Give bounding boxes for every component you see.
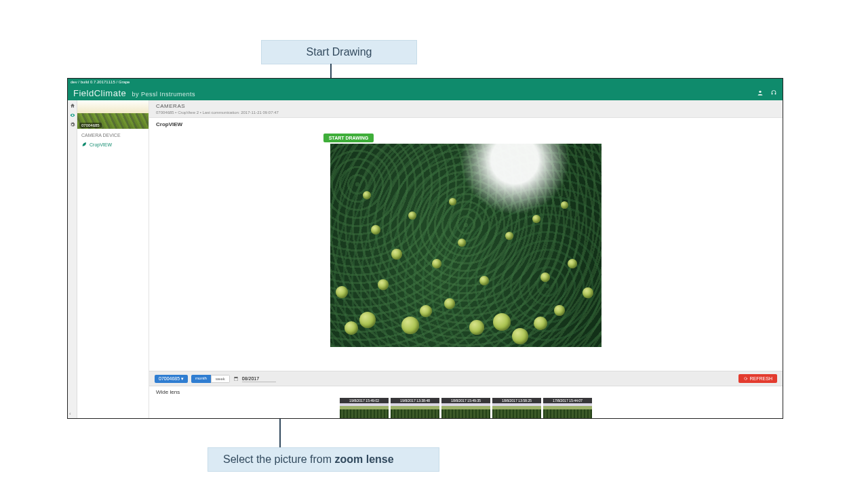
range-segmented: month week <box>191 375 230 383</box>
calendar-icon[interactable] <box>233 376 239 382</box>
refresh-button[interactable]: REFRESH <box>738 374 777 383</box>
annotation-zoom-lense-bold: zoom lense <box>335 453 394 465</box>
svg-point-0 <box>759 91 761 93</box>
thumbnail-timestamp: 19/8/2017 13:38:48 <box>391 398 439 403</box>
brand-bar: FieldClimate by Pessl Instruments <box>68 85 783 100</box>
leaf-icon <box>81 142 87 147</box>
thumbnail-timestamp: 17/8/2017 15:44:07 <box>543 398 592 403</box>
main-column: CAMERAS 07004685 • CropView 2 • Last com… <box>149 100 783 418</box>
eye-icon[interactable] <box>70 113 75 118</box>
thumbnail-timestamp: 18/8/2017 13:58:25 <box>492 398 541 403</box>
thumbnail[interactable]: 19/8/2017 15:49:02 <box>340 398 389 418</box>
sidebar-item-label: CropVIEW <box>90 142 112 147</box>
page-subtitle: 07004685 • CropView 2 • Last communicati… <box>156 110 776 115</box>
annotation-start-drawing: Start Drawing <box>261 40 417 64</box>
thumbnail[interactable]: 19/8/2017 13:38:48 <box>391 398 439 418</box>
page-title: CAMERAS <box>156 103 776 109</box>
start-drawing-button[interactable]: START DRAWING <box>323 134 374 142</box>
thumbnail[interactable]: 18/8/2017 15:49:35 <box>441 398 490 418</box>
thumbnail[interactable]: 18/8/2017 13:58:25 <box>492 398 541 418</box>
user-icon[interactable] <box>757 89 764 96</box>
sidebar: 07004685 CAMERA DEVICE CropVIEW <box>77 100 149 418</box>
headset-icon[interactable] <box>770 89 777 96</box>
station-select-pill[interactable]: 07004685 ▾ <box>155 375 188 383</box>
brand-byline: by Pessl Instruments <box>132 91 195 98</box>
sidebar-item-cropview[interactable]: CropVIEW <box>81 140 144 148</box>
breadcrumb: CAMERAS 07004685 • CropView 2 • Last com… <box>149 100 783 118</box>
station-hero-label: 07004685 <box>79 123 102 128</box>
thumb-row: 19/8/2017 15:49:02 19/8/2017 13:38:48 18… <box>156 398 776 418</box>
gear-icon[interactable] <box>70 122 75 127</box>
sidebar-section-title: CAMERA DEVICE <box>81 133 144 138</box>
range-month-button[interactable]: month <box>191 375 211 383</box>
build-bar: dev / build 0.7.20171115 / Grape <box>68 79 783 85</box>
station-hero-image[interactable]: 07004685 <box>77 100 149 129</box>
home-icon[interactable] <box>70 103 75 108</box>
annotation-zoom-lense: Select the picture from zoom lense <box>208 447 439 472</box>
annotation-zoom-lense-prefix: Select the picture from <box>223 453 335 465</box>
app-screenshot: dev / build 0.7.20171115 / Grape FieldCl… <box>67 78 783 419</box>
thumb-section-title: Wide lens <box>156 389 776 395</box>
thumbnail-timestamp: 18/8/2017 15:49:35 <box>441 398 490 403</box>
main-camera-image[interactable] <box>330 144 601 347</box>
rail-collapse-icon[interactable]: ‹ <box>69 411 71 417</box>
date-input[interactable] <box>242 375 276 382</box>
thumbnail-timestamp: 19/8/2017 15:49:02 <box>340 398 389 403</box>
range-week-button[interactable]: week <box>211 375 230 383</box>
brand-logo: FieldClimate by Pessl Instruments <box>73 88 195 98</box>
icon-rail: ‹ <box>68 100 77 418</box>
filter-bar: 07004685 ▾ month week REFRESH <box>149 371 783 386</box>
thumbnail[interactable]: 17/8/2017 15:44:07 <box>543 398 592 418</box>
brand-name: FieldClimate <box>73 88 126 98</box>
refresh-icon <box>743 376 748 381</box>
refresh-label: REFRESH <box>750 376 772 381</box>
panel-title: CropVIEW <box>149 118 783 131</box>
